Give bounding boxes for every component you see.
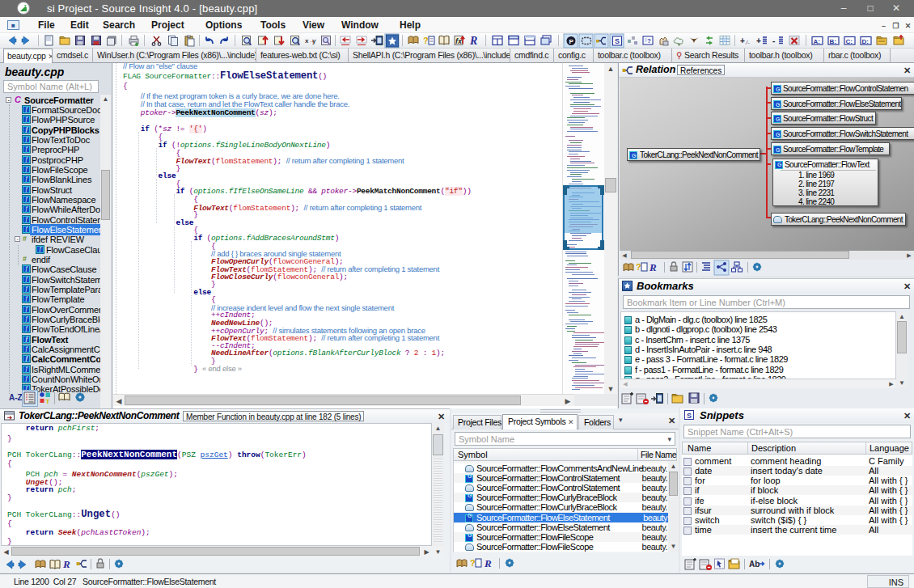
svg-text:C:: C: bbox=[846, 38, 853, 45]
svg-text:T: T bbox=[46, 398, 50, 405]
svg-text:A:: A: bbox=[814, 38, 820, 45]
svg-text:R: R bbox=[484, 557, 492, 569]
svg-text:D:: D: bbox=[862, 38, 869, 45]
svg-text:?: ? bbox=[470, 558, 476, 568]
svg-text:?: ? bbox=[636, 262, 641, 272]
svg-text:R: R bbox=[62, 558, 70, 570]
svg-text:R: R bbox=[649, 261, 657, 273]
svg-text:B:: B: bbox=[830, 38, 836, 45]
svg-text:Ab: Ab bbox=[749, 560, 760, 569]
